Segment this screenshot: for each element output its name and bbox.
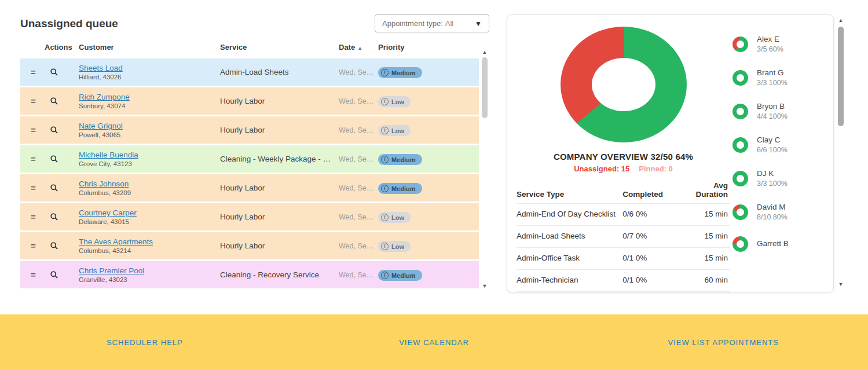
scroll-up-icon[interactable]: ▲ [482,48,488,56]
scroll-up-icon[interactable]: ▲ [838,16,844,24]
drag-handle-icon[interactable]: = [31,96,36,106]
drag-handle-icon[interactable]: = [31,125,36,135]
appointment-date: Wed, Se… [339,184,378,192]
service-type-table: Service Type Completed Avg Duration Admi… [517,179,730,292]
magnifier-icon[interactable] [50,241,58,250]
customer-link[interactable]: The Aves Apartments [79,237,220,246]
customer-link[interactable]: Chris Johnson [79,179,220,188]
completed-value: 0/1 0% [622,253,687,264]
completed-value: 0/6 0% [622,209,687,220]
service-type: Admin-Load Sheets [517,231,622,242]
drag-handle-icon[interactable]: = [31,212,36,222]
customer-address: Sunbury, 43074 [79,102,220,109]
employee-name: David M [757,203,788,211]
appointment-date: Wed, Se… [339,213,378,221]
list-item: David M8/10 80% [733,203,825,221]
customer-address: Powell, 43065 [79,131,220,138]
appointment-date: Wed, Se… [339,97,378,105]
employee-donut-chart [733,204,748,220]
column-header-avg-duration: Avg Duration [688,181,730,199]
magnifier-icon[interactable] [50,126,58,134]
appointment-date: Wed, Se… [339,126,378,134]
employee-stat: 4/4 100% [757,112,788,120]
service-type: Admin-End Of Day Checklist [517,209,622,220]
scrollbar-track[interactable] [480,56,489,282]
scroll-down-icon[interactable]: ▼ [482,282,488,290]
avg-duration-value: 15 min [688,209,730,220]
table-row[interactable]: = Chris JohnsonColumbus, 43209 Hourly La… [20,174,479,202]
queue-scrollbar[interactable]: ▲ ▼ [480,48,489,290]
service-name: Cleaning - Weekly Package - … [220,155,339,163]
view-calendar-link[interactable]: VIEW CALENDAR [290,338,579,347]
pinned-count: Pinned: 0 [639,164,673,173]
table-row[interactable]: = Chris Premier PoolGranville, 43023 Cle… [20,261,479,288]
drag-handle-icon[interactable]: = [31,154,36,164]
queue-table-header: Actions Customer Service Date▲ Priority [20,41,479,58]
drag-handle-icon[interactable]: = [31,67,36,77]
employee-name: DJ K [757,169,788,178]
table-row[interactable]: = Michelle BuendiaGrove City, 43123 Clea… [20,145,479,173]
employee-name: Clay C [757,135,788,144]
scrollbar-thumb[interactable] [482,57,488,118]
drag-handle-icon[interactable]: = [31,270,36,280]
page-scrollbar[interactable]: ▲ ▼ [836,16,845,288]
scrollbar-track[interactable] [836,24,845,280]
customer-link[interactable]: Courtney Carper [79,208,220,217]
customer-address: Granville, 43023 [79,276,220,283]
exclamation-icon: ! [381,98,389,105]
list-item: Bryon B4/4 100% [733,102,825,120]
magnifier-icon[interactable] [50,68,58,76]
appointment-date: Wed, Se… [339,68,378,76]
appointment-type-dropdown[interactable]: Appointment type:All ▼ [375,14,489,32]
company-donut-chart [561,27,687,142]
magnifier-icon[interactable] [50,213,58,221]
footer-bar: SCHEDULER HELP VIEW CALENDAR VIEW LIST A… [0,314,868,370]
drag-handle-icon[interactable]: = [31,241,36,251]
customer-link[interactable]: Chris Premier Pool [79,266,220,275]
exclamation-icon: ! [381,156,389,163]
employee-name: Garrett B [757,239,789,248]
magnifier-icon[interactable] [50,184,58,192]
overview-left-column: COMPANY OVERVIEW 32/50 64% Unassigned: 1… [517,25,730,292]
exclamation-icon: ! [381,243,389,250]
queue-header: Unassigned queue Appointment type:All ▼ [20,14,489,32]
exclamation-icon: ! [381,185,389,192]
employee-donut-chart [733,70,748,86]
table-row[interactable]: = Sheets LoadHilliard, 43026 Admin-Load … [20,58,479,86]
table-row[interactable]: = Rich ZumponeSunbury, 43074 Hourly Labo… [20,87,479,115]
overview-stats: Unassigned: 15Pinned: 0 [574,164,673,173]
column-header-customer: Customer [75,43,220,52]
table-row[interactable]: = The Aves ApartmentsColumbus, 43214 Hou… [20,232,479,259]
employee-donut-chart [733,104,748,119]
customer-link[interactable]: Nate Grignol [79,122,220,130]
customer-link[interactable]: Rich Zumpone [79,93,220,101]
magnifier-icon[interactable] [50,155,58,163]
customer-link[interactable]: Michelle Buendia [79,151,220,159]
magnifier-icon[interactable] [50,270,58,279]
drag-handle-icon[interactable]: = [31,183,36,193]
table-row: Admin-Load Sheets 0/7 0% 15 min [517,226,730,248]
company-overview-card: COMPANY OVERVIEW 32/50 64% Unassigned: 1… [507,14,834,292]
appointment-type-label: Appointment type:All [382,19,453,28]
completed-value: 0/1 0% [622,275,687,286]
column-header-completed: Completed [622,190,687,199]
table-row[interactable]: = Courtney CarperDelaware, 43015 Hourly … [20,203,479,230]
customer-link[interactable]: Sheets Load [79,64,220,72]
queue-table-body: = Sheets LoadHilliard, 43026 Admin-Load … [20,58,489,288]
service-type: Admin-Office Task [517,253,622,264]
service-name: Hourly Labor [220,241,339,250]
column-header-date[interactable]: Date▲ [339,43,378,52]
employee-name: Brant G [757,68,788,77]
priority-badge: !Low [378,212,411,223]
table-row[interactable]: = Nate GrignolPowell, 43065 Hourly Labor… [20,116,479,144]
magnifier-icon[interactable] [50,97,58,105]
priority-badge: !Low [378,96,411,107]
scroll-down-icon[interactable]: ▼ [838,280,844,288]
appointment-date: Wed, Se… [339,155,378,163]
table-row: Admin-Technician 0/1 0% 60 min [517,270,730,292]
view-list-appointments-link[interactable]: VIEW LIST APPOINTMENTS [578,338,868,347]
scrollbar-thumb[interactable] [838,27,844,126]
priority-badge: !Medium [378,270,422,281]
scheduler-help-link[interactable]: SCHEDULER HELP [0,338,290,347]
column-header-priority: Priority [378,43,479,52]
